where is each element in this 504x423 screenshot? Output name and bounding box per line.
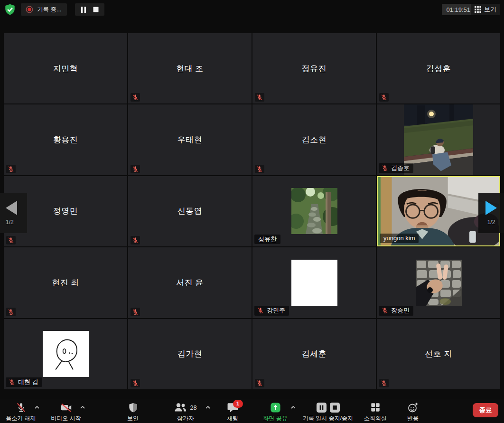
participant-name: yungon kim xyxy=(383,235,415,242)
participant-tile[interactable]: 김세훈 xyxy=(252,319,376,389)
participant-tile[interactable]: 현대 조 xyxy=(128,33,252,103)
share-screen-icon xyxy=(270,402,281,413)
participant-avatar xyxy=(416,260,462,306)
muted-mic-icon xyxy=(6,165,16,173)
participant-name: 성유찬 xyxy=(258,236,277,243)
participant-name: 김성훈 xyxy=(426,63,451,74)
participant-tile[interactable]: 성유찬 xyxy=(252,176,376,246)
reactions-smiley-icon xyxy=(407,402,419,413)
participant-name: 김소현 xyxy=(302,134,327,145)
muted-mic-icon xyxy=(382,307,388,314)
participant-name: 지민혁 xyxy=(53,63,78,74)
participant-name: 정유진 xyxy=(302,63,327,74)
meeting-toolbar: 음소거 해제 비디오 시작 보안 28 참가자 xyxy=(0,399,504,423)
participant-gallery: 지민혁현대 조정유진김성훈황용진우태현김소현김종호정영민신동엽성유찬yungon… xyxy=(4,33,500,389)
camera-off-icon xyxy=(60,401,73,414)
page-indicator-right: 1/2 xyxy=(487,219,495,226)
muted-mic-icon xyxy=(9,379,15,385)
participant-avatar xyxy=(404,104,473,175)
pause-recording-toolbar-icon[interactable] xyxy=(316,402,327,413)
record-dot-icon xyxy=(26,6,33,13)
muted-mic-icon xyxy=(255,379,264,387)
participants-count: 28 xyxy=(190,404,196,411)
participant-tile[interactable]: 정유진 xyxy=(252,33,376,103)
next-page-arrow-icon[interactable] xyxy=(485,201,497,215)
participant-tile[interactable]: 선호 지 xyxy=(377,319,500,389)
participant-tile[interactable]: 현진 최 xyxy=(4,247,127,318)
share-screen-button[interactable]: 화면 공유 xyxy=(260,401,290,423)
muted-mic-icon xyxy=(382,165,388,171)
shield-icon xyxy=(128,402,139,413)
participant-name-label: 강민주 xyxy=(254,306,289,315)
participant-name-label: 대현 김 xyxy=(6,377,42,387)
muted-mic-icon xyxy=(131,308,140,316)
participant-avatar xyxy=(291,188,337,234)
participant-tile[interactable]: 강민주 xyxy=(252,247,376,318)
participant-name: 현대 조 xyxy=(176,63,204,74)
stop-recording-toolbar-icon[interactable] xyxy=(329,402,340,413)
participant-tile[interactable]: 김소현 xyxy=(252,104,376,175)
pause-recording-icon[interactable] xyxy=(81,7,86,13)
breakout-rooms-icon xyxy=(370,402,381,413)
video-options-chevron-icon[interactable] xyxy=(80,405,85,409)
participant-name: 강민주 xyxy=(267,307,285,314)
participant-name: 김가현 xyxy=(177,348,203,359)
security-shield-icon[interactable] xyxy=(4,3,16,16)
participant-name-label: yungon kim xyxy=(380,234,419,243)
participant-tile[interactable]: 김종호 xyxy=(377,104,500,175)
participant-name-label: 장승민 xyxy=(379,306,413,315)
previous-page-panel: 1/2 xyxy=(0,193,27,233)
muted-mic-icon xyxy=(255,165,264,173)
participant-name: 황용진 xyxy=(53,134,78,145)
previous-page-arrow-icon[interactable] xyxy=(6,201,17,215)
start-video-button[interactable]: 비디오 시작 xyxy=(46,401,86,423)
view-button-label: 보기 xyxy=(484,5,496,14)
muted-mic-icon xyxy=(257,307,264,314)
participant-tile[interactable]: 대현 김 xyxy=(4,319,127,389)
recording-pause-stop-button[interactable]: 기록 일시 중지/중지 xyxy=(298,401,358,423)
gallery-grid-icon xyxy=(475,6,481,13)
muted-mic-icon xyxy=(379,93,389,102)
view-button[interactable]: 보기 xyxy=(471,4,500,15)
participant-tile[interactable]: 장승민 xyxy=(377,247,500,318)
participant-tile[interactable]: 서진 윤 xyxy=(128,247,252,318)
participant-name: 장승민 xyxy=(391,307,410,314)
participant-tile[interactable]: 김성훈 xyxy=(377,33,500,103)
muted-mic-icon xyxy=(255,93,264,102)
recording-status-text: 기록 중... xyxy=(37,6,61,14)
participant-tile[interactable]: 신동엽 xyxy=(128,176,252,246)
reactions-button[interactable]: 반응 xyxy=(400,401,426,423)
muted-mic-icon xyxy=(379,379,389,387)
muted-mic-icon xyxy=(131,236,140,244)
share-options-chevron-icon[interactable] xyxy=(290,405,296,409)
page-indicator-left: 1/2 xyxy=(6,219,14,226)
participant-name: 김세훈 xyxy=(302,348,327,359)
participant-name: 서진 윤 xyxy=(176,277,204,288)
breakout-rooms-button[interactable]: 소회의실 xyxy=(360,401,391,423)
participant-tile[interactable]: 우태현 xyxy=(128,104,252,175)
chat-bubble-icon: 1 xyxy=(227,402,239,413)
recording-controls xyxy=(75,3,104,16)
end-meeting-button[interactable]: 종료 xyxy=(473,403,498,417)
participant-name: 신동엽 xyxy=(177,206,203,216)
recording-indicator: 기록 중... xyxy=(21,3,67,16)
participant-name: 선호 지 xyxy=(425,348,452,359)
participant-tile[interactable]: 지민혁 xyxy=(4,33,127,103)
chat-button[interactable]: 1 채팅 xyxy=(219,401,246,423)
participant-tile[interactable]: 김가현 xyxy=(128,319,252,389)
participant-name-label: 김종호 xyxy=(379,163,413,173)
participant-tile[interactable]: 황용진 xyxy=(4,104,127,175)
participant-name: 우태현 xyxy=(177,134,203,145)
muted-mic-icon xyxy=(6,308,16,316)
security-button[interactable]: 보안 xyxy=(120,401,146,423)
muted-mic-icon xyxy=(131,165,140,173)
unmute-button[interactable]: 음소거 해제 xyxy=(1,401,41,423)
participant-name: 김종호 xyxy=(391,165,410,171)
participants-options-chevron-icon[interactable] xyxy=(205,405,211,409)
mute-options-chevron-icon[interactable] xyxy=(34,405,40,409)
stop-recording-icon[interactable] xyxy=(93,7,99,12)
participant-avatar xyxy=(291,260,337,306)
muted-mic-icon xyxy=(131,93,140,102)
participants-button[interactable]: 28 참가자 xyxy=(165,401,206,423)
participants-icon xyxy=(174,402,187,413)
